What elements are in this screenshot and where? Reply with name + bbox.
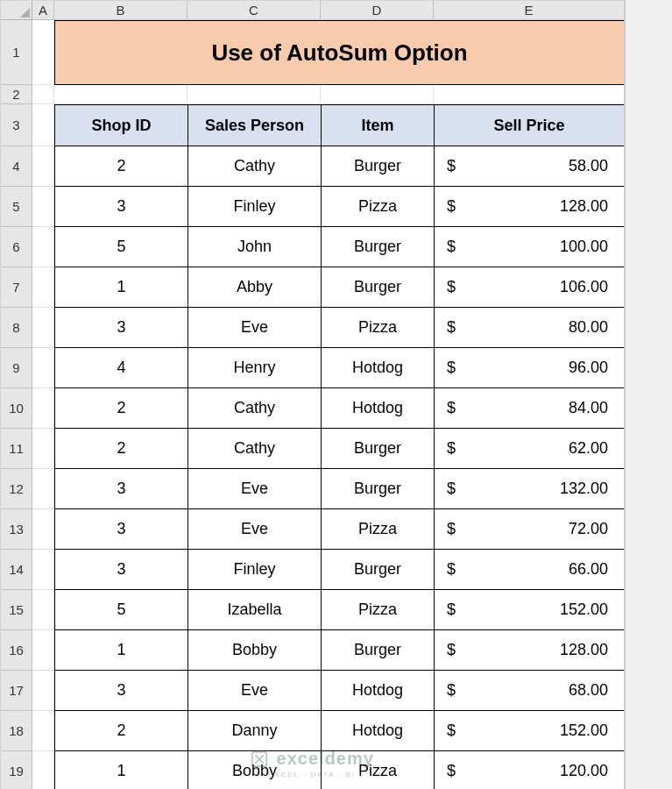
row-header[interactable]: 4 [1, 146, 32, 187]
cell-sales-person[interactable]: Eve [187, 671, 321, 711]
row-header[interactable]: 2 [1, 85, 32, 104]
cell-sales-person[interactable]: Cathy [187, 429, 321, 469]
row-header[interactable]: 10 [1, 388, 32, 429]
cell-sales-person[interactable]: Eve [187, 509, 321, 550]
table-header-sell-price[interactable]: Sell Price [434, 104, 625, 146]
cell-shop-id[interactable]: 3 [54, 550, 187, 590]
cell[interactable] [32, 85, 54, 104]
cell[interactable] [32, 348, 54, 388]
select-all-corner[interactable] [1, 1, 32, 20]
row-header[interactable]: 5 [1, 187, 32, 227]
row-header[interactable]: 16 [1, 630, 32, 671]
cell-shop-id[interactable]: 5 [54, 590, 187, 630]
row-header[interactable]: 14 [1, 550, 32, 590]
cell-item[interactable]: Pizza [321, 590, 434, 630]
table-header-item[interactable]: Item [321, 104, 434, 146]
cell[interactable] [32, 308, 54, 348]
col-header-d[interactable]: D [321, 1, 434, 20]
cell-shop-id[interactable]: 3 [54, 671, 187, 711]
cell-shop-id[interactable]: 1 [54, 751, 187, 789]
cell-item[interactable]: Burger [321, 429, 434, 469]
cell[interactable] [32, 187, 54, 227]
cell-sell-price[interactable]: $96.00 [434, 348, 625, 388]
cell-sell-price[interactable]: $80.00 [434, 308, 625, 348]
cell-shop-id[interactable]: 3 [54, 187, 187, 227]
cell-item[interactable]: Hotdog [321, 671, 434, 711]
row-header[interactable]: 13 [1, 509, 32, 550]
cell-shop-id[interactable]: 1 [54, 267, 187, 308]
cell-sell-price[interactable]: $128.00 [434, 630, 625, 671]
cell-shop-id[interactable]: 2 [54, 711, 187, 751]
cell-sales-person[interactable]: Abby [187, 267, 321, 308]
row-header[interactable]: 6 [1, 227, 32, 267]
cell[interactable] [32, 509, 54, 550]
cell-shop-id[interactable]: 2 [54, 146, 187, 187]
table-header-shop-id[interactable]: Shop ID [54, 104, 187, 146]
cell[interactable] [32, 388, 54, 429]
cell[interactable] [32, 550, 54, 590]
cell-item[interactable]: Burger [321, 550, 434, 590]
cell-sell-price[interactable]: $100.00 [434, 227, 625, 267]
cell[interactable] [32, 711, 54, 751]
cell-item[interactable]: Hotdog [321, 348, 434, 388]
cell-item[interactable]: Burger [321, 146, 434, 187]
cell-sales-person[interactable]: Eve [187, 308, 321, 348]
cell-shop-id[interactable]: 3 [54, 509, 187, 550]
row-header[interactable]: 18 [1, 711, 32, 751]
cell-sales-person[interactable]: John [187, 227, 321, 267]
cell-sell-price[interactable]: $58.00 [434, 146, 625, 187]
cell-item[interactable]: Pizza [321, 751, 434, 789]
cell-sales-person[interactable]: Bobby [187, 751, 321, 789]
cell-sales-person[interactable]: Izabella [187, 590, 321, 630]
cell[interactable] [434, 85, 625, 104]
cell-item[interactable]: Burger [321, 227, 434, 267]
row-header[interactable]: 8 [1, 308, 32, 348]
cell-shop-id[interactable]: 3 [54, 308, 187, 348]
cell-item[interactable]: Pizza [321, 187, 434, 227]
cell[interactable] [32, 429, 54, 469]
cell[interactable] [321, 85, 434, 104]
cell[interactable] [32, 20, 54, 85]
cell[interactable] [187, 85, 321, 104]
cell[interactable] [32, 751, 54, 789]
row-header[interactable]: 1 [1, 20, 32, 85]
cell-sell-price[interactable]: $68.00 [434, 671, 625, 711]
cell-item[interactable]: Pizza [321, 308, 434, 348]
cell[interactable] [54, 85, 187, 104]
cell-shop-id[interactable]: 2 [54, 429, 187, 469]
row-header[interactable]: 11 [1, 429, 32, 469]
cell[interactable] [32, 227, 54, 267]
cell-sales-person[interactable]: Cathy [187, 388, 321, 429]
cell[interactable] [32, 671, 54, 711]
cell-sales-person[interactable]: Eve [187, 469, 321, 509]
cell-sales-person[interactable]: Cathy [187, 146, 321, 187]
table-header-sales-person[interactable]: Sales Person [187, 104, 321, 146]
cell-sell-price[interactable]: $152.00 [434, 590, 625, 630]
col-header-a[interactable]: A [32, 1, 54, 20]
cell-shop-id[interactable]: 3 [54, 469, 187, 509]
cell[interactable] [32, 630, 54, 671]
cell-item[interactable]: Pizza [321, 509, 434, 550]
cell-shop-id[interactable]: 2 [54, 388, 187, 429]
cell-item[interactable]: Burger [321, 630, 434, 671]
cell-shop-id[interactable]: 5 [54, 227, 187, 267]
cell-sales-person[interactable]: Danny [187, 711, 321, 751]
cell-sell-price[interactable]: $128.00 [434, 187, 625, 227]
col-header-c[interactable]: C [187, 1, 321, 20]
col-header-b[interactable]: B [54, 1, 187, 20]
cell-shop-id[interactable]: 4 [54, 348, 187, 388]
cell[interactable] [32, 590, 54, 630]
row-header[interactable]: 17 [1, 671, 32, 711]
row-header[interactable]: 7 [1, 267, 32, 308]
cell-sales-person[interactable]: Finley [187, 550, 321, 590]
cell[interactable] [32, 146, 54, 187]
cell-sell-price[interactable]: $120.00 [434, 751, 625, 789]
row-header[interactable]: 9 [1, 348, 32, 388]
cell-shop-id[interactable]: 1 [54, 630, 187, 671]
col-header-e[interactable]: E [434, 1, 625, 20]
cell-sell-price[interactable]: $62.00 [434, 429, 625, 469]
cell-sales-person[interactable]: Bobby [187, 630, 321, 671]
row-header[interactable]: 15 [1, 590, 32, 630]
cell-item[interactable]: Burger [321, 469, 434, 509]
cell[interactable] [32, 104, 54, 146]
